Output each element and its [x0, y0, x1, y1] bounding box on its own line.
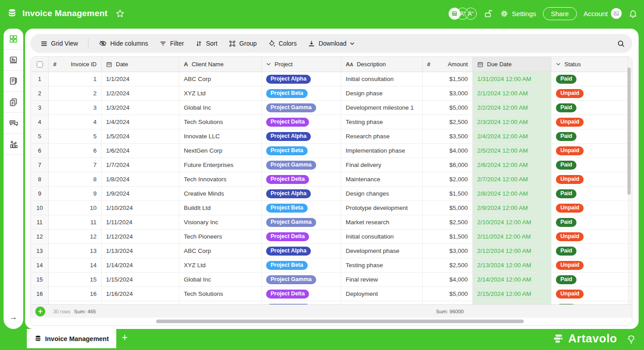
cell-amount[interactable]: $5,000 — [423, 287, 473, 301]
cell-client[interactable]: Global Inc — [179, 101, 262, 115]
cell-date[interactable]: 1/15/2024 — [102, 273, 179, 287]
cell-amount[interactable]: $5,000 — [423, 101, 473, 115]
row-number[interactable]: 4 — [31, 115, 49, 129]
cell-client[interactable]: Tech Solutions — [179, 287, 262, 301]
cell-date[interactable]: 1/3/2024 — [102, 101, 179, 115]
cell-due-date[interactable]: 2/9/2024 12:00 AM — [473, 201, 551, 215]
cell-description[interactable]: Design phase — [341, 86, 423, 101]
sidebar-expand-arrow[interactable]: → — [4, 313, 23, 322]
cell-description[interactable]: Initial consultation — [341, 230, 423, 244]
download-button[interactable]: Download — [305, 40, 357, 47]
cell-client[interactable]: Creative Minds — [179, 187, 262, 201]
cell-description[interactable]: Development phase — [341, 244, 423, 258]
cell-due-date[interactable]: 2/6/2024 12:00 AM — [473, 158, 551, 172]
cell-status[interactable]: Unpaid — [551, 144, 628, 158]
collaborator-avatars[interactable] — [449, 8, 477, 20]
sidebar-item-form-view[interactable] — [4, 50, 23, 71]
filter-button[interactable]: Filter — [157, 40, 186, 47]
row-number[interactable]: 16 — [31, 287, 49, 301]
row-number[interactable]: 15 — [31, 273, 49, 287]
row-number[interactable]: 1 — [31, 72, 49, 86]
cell-invoice-id[interactable]: 9 — [49, 187, 102, 201]
column-header-description[interactable]: AADescription — [341, 57, 423, 72]
cell-project[interactable]: Project Alpha — [262, 129, 341, 144]
cell-invoice-id[interactable]: 6 — [49, 144, 102, 158]
favorite-star-icon[interactable] — [115, 9, 125, 18]
row-number[interactable]: 7 — [31, 158, 49, 172]
cell-amount[interactable]: $1,500 — [423, 72, 473, 86]
cell-client[interactable]: Visionary Inc — [179, 215, 262, 230]
cell-project[interactable]: Project Beta — [262, 144, 341, 158]
cell-status[interactable]: Unpaid — [551, 86, 628, 101]
cell-date[interactable]: 1/12/2024 — [102, 230, 179, 244]
cell-client[interactable]: NextGen Corp — [179, 144, 262, 158]
cell-client[interactable]: ABC Corp — [179, 72, 262, 86]
cell-invoice-id[interactable]: 14 — [49, 258, 102, 273]
cell-client[interactable]: Tech Pioneers — [179, 230, 262, 244]
group-button[interactable]: Group — [226, 40, 259, 47]
cell-invoice-id[interactable]: 5 — [49, 129, 102, 144]
column-header-status[interactable]: Status — [551, 57, 628, 72]
cell-date[interactable]: 1/6/2024 — [102, 144, 179, 158]
cell-description[interactable]: Maintenance — [341, 172, 423, 187]
row-number[interactable]: 9 — [31, 187, 49, 201]
column-header-invoice_id[interactable]: #Invoice ID — [49, 57, 102, 72]
sidebar-item-record-view[interactable] — [4, 71, 23, 92]
row-number[interactable]: 14 — [31, 258, 49, 273]
cell-description[interactable]: Market research — [341, 215, 423, 230]
cell-amount[interactable]: $5,000 — [423, 201, 473, 215]
hide-columns-button[interactable]: Hide columns — [96, 39, 151, 47]
cell-project[interactable]: Project Alpha — [262, 244, 341, 258]
cell-due-date[interactable]: 1/31/2024 12:00 AM — [473, 72, 551, 86]
cell-amount[interactable]: $4,000 — [423, 273, 473, 287]
cell-amount[interactable]: $3,000 — [423, 86, 473, 101]
row-number[interactable]: 3 — [31, 101, 49, 115]
cell-project[interactable]: Project Gamma — [262, 215, 341, 230]
cell-date[interactable]: 1/8/2024 — [102, 172, 179, 187]
cell-invoice-id[interactable]: 10 — [49, 201, 102, 215]
cell-status[interactable]: Paid — [551, 215, 628, 230]
cell-due-date[interactable]: 2/12/2024 12:00 AM — [473, 244, 551, 258]
cell-invoice-id[interactable]: 4 — [49, 115, 102, 129]
cell-description[interactable]: Deployment — [341, 287, 423, 301]
grid-view-button[interactable]: Grid View — [38, 40, 80, 47]
cell-due-date[interactable]: 2/4/2024 12:00 AM — [473, 129, 551, 144]
cell-client[interactable]: Tech Innovators — [179, 172, 262, 187]
cell-client[interactable]: ABC Corp — [179, 244, 262, 258]
select-all-checkbox[interactable] — [37, 61, 43, 68]
cell-date[interactable]: 1/7/2024 — [102, 158, 179, 172]
cell-client[interactable]: Global Inc — [179, 273, 262, 287]
cell-due-date[interactable]: 2/3/2024 12:00 AM — [473, 115, 551, 129]
cell-due-date[interactable]: 2/11/2024 12:00 AM — [473, 230, 551, 244]
cell-project[interactable]: Project Delta — [262, 230, 341, 244]
cell-invoice-id[interactable]: 8 — [49, 172, 102, 187]
cell-description[interactable]: Research phase — [341, 129, 423, 144]
cell-date[interactable]: 1/16/2024 — [102, 287, 179, 301]
select-all-header[interactable] — [31, 57, 49, 72]
cell-description[interactable]: Prototype development — [341, 201, 423, 215]
sidebar-item-dashboard[interactable] — [4, 134, 23, 155]
cell-client[interactable]: Future Enterprises — [179, 158, 262, 172]
cell-amount[interactable]: $1,500 — [423, 230, 473, 244]
add-row-button[interactable]: + — [35, 307, 45, 316]
sidebar-item-grid-view[interactable] — [4, 29, 23, 50]
cell-due-date[interactable]: 2/7/2024 12:00 AM — [473, 172, 551, 187]
cell-due-date[interactable]: 2/1/2024 12:00 AM — [473, 86, 551, 101]
cell-invoice-id[interactable]: 1 — [49, 72, 102, 86]
cell-invoice-id[interactable]: 11 — [49, 215, 102, 230]
unlock-icon[interactable] — [483, 9, 493, 18]
tab-invoice-management[interactable]: Invoice Management — [27, 329, 116, 348]
cell-date[interactable]: 1/1/2024 — [102, 72, 179, 86]
cell-project[interactable]: Project Delta — [262, 287, 341, 301]
cell-status[interactable]: Paid — [551, 244, 628, 258]
cell-date[interactable]: 1/14/2024 — [102, 258, 179, 273]
cell-description[interactable]: Testing phase — [341, 115, 423, 129]
cell-date[interactable]: 1/5/2024 — [102, 129, 179, 144]
cell-amount[interactable]: $3,000 — [423, 244, 473, 258]
new-tab-button[interactable]: + — [122, 333, 127, 343]
cell-date[interactable]: 1/4/2024 — [102, 115, 179, 129]
cell-due-date[interactable]: 2/8/2024 12:00 AM — [473, 187, 551, 201]
cell-status[interactable]: Unpaid — [551, 230, 628, 244]
cell-client[interactable]: Innovate LLC — [179, 129, 262, 144]
cell-description[interactable]: Final review — [341, 273, 423, 287]
